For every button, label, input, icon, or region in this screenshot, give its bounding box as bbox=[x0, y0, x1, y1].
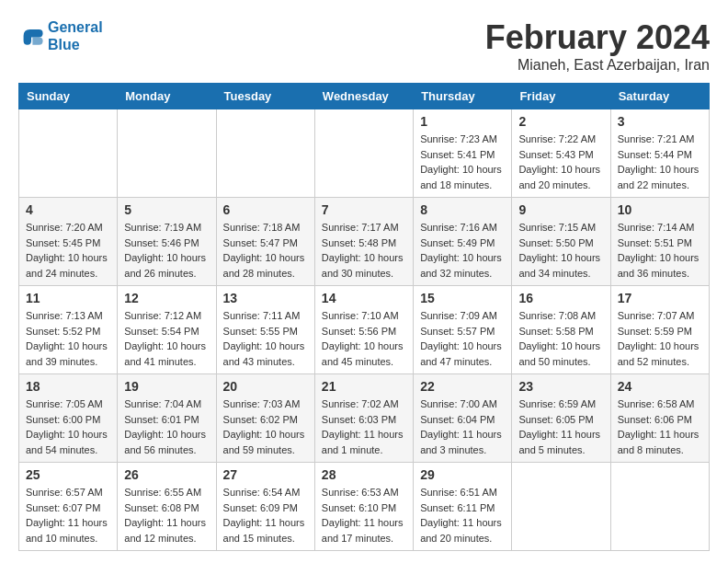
day-info: Sunrise: 7:10 AMSunset: 5:56 PMDaylight:… bbox=[322, 308, 406, 369]
day-info: Sunrise: 7:14 AMSunset: 5:51 PMDaylight:… bbox=[618, 220, 702, 281]
calendar-cell bbox=[610, 463, 709, 551]
day-number: 22 bbox=[420, 379, 505, 394]
calendar-cell bbox=[118, 109, 216, 198]
day-number: 16 bbox=[518, 291, 603, 305]
calendar-cell: 1Sunrise: 7:23 AMSunset: 5:41 PMDaylight… bbox=[414, 109, 512, 198]
day-info: Sunrise: 6:58 AMSunset: 6:06 PMDaylight:… bbox=[618, 396, 702, 457]
calendar-cell: 4Sunrise: 7:20 AMSunset: 5:45 PMDaylight… bbox=[19, 198, 118, 286]
day-info: Sunrise: 7:11 AMSunset: 5:55 PMDaylight:… bbox=[223, 308, 308, 369]
calendar-cell bbox=[216, 109, 314, 198]
day-number: 6 bbox=[223, 202, 308, 217]
day-info: Sunrise: 7:19 AMSunset: 5:46 PMDaylight:… bbox=[124, 220, 209, 281]
day-info: Sunrise: 7:13 AMSunset: 5:52 PMDaylight:… bbox=[26, 308, 110, 369]
day-number: 12 bbox=[124, 291, 209, 305]
day-info: Sunrise: 7:00 AMSunset: 6:04 PMDaylight:… bbox=[420, 396, 505, 457]
day-number: 24 bbox=[618, 379, 702, 394]
day-info: Sunrise: 7:05 AMSunset: 6:00 PMDaylight:… bbox=[26, 396, 110, 457]
calendar-cell: 5Sunrise: 7:19 AMSunset: 5:46 PMDaylight… bbox=[118, 198, 216, 286]
day-info: Sunrise: 7:23 AMSunset: 5:41 PMDaylight:… bbox=[420, 132, 505, 192]
title-block: February 2024 Mianeh, East Azerbaijan, I… bbox=[485, 18, 710, 74]
calendar-cell: 15Sunrise: 7:09 AMSunset: 5:57 PMDayligh… bbox=[414, 286, 512, 374]
day-number: 8 bbox=[420, 202, 505, 217]
calendar-cell: 8Sunrise: 7:16 AMSunset: 5:49 PMDaylight… bbox=[414, 198, 512, 286]
calendar-cell: 13Sunrise: 7:11 AMSunset: 5:55 PMDayligh… bbox=[216, 286, 314, 374]
day-number: 19 bbox=[124, 379, 209, 394]
calendar-cell: 17Sunrise: 7:07 AMSunset: 5:59 PMDayligh… bbox=[610, 286, 709, 374]
day-number: 21 bbox=[322, 379, 406, 394]
calendar-cell: 18Sunrise: 7:05 AMSunset: 6:00 PMDayligh… bbox=[19, 374, 118, 463]
logo: General Blue bbox=[18, 18, 103, 53]
day-info: Sunrise: 7:09 AMSunset: 5:57 PMDaylight:… bbox=[420, 308, 505, 369]
calendar-cell: 29Sunrise: 6:51 AMSunset: 6:11 PMDayligh… bbox=[414, 463, 512, 551]
day-info: Sunrise: 6:53 AMSunset: 6:10 PMDaylight:… bbox=[322, 485, 406, 546]
day-info: Sunrise: 7:20 AMSunset: 5:45 PMDaylight:… bbox=[26, 220, 110, 281]
day-info: Sunrise: 7:08 AMSunset: 5:58 PMDaylight:… bbox=[518, 308, 603, 369]
day-number: 7 bbox=[322, 202, 406, 217]
calendar-cell: 12Sunrise: 7:12 AMSunset: 5:54 PMDayligh… bbox=[118, 286, 216, 374]
day-info: Sunrise: 7:18 AMSunset: 5:47 PMDaylight:… bbox=[223, 220, 308, 281]
day-info: Sunrise: 6:51 AMSunset: 6:11 PMDaylight:… bbox=[420, 485, 505, 546]
day-number: 29 bbox=[420, 467, 505, 482]
day-info: Sunrise: 7:15 AMSunset: 5:50 PMDaylight:… bbox=[518, 220, 603, 281]
calendar-cell: 22Sunrise: 7:00 AMSunset: 6:04 PMDayligh… bbox=[414, 374, 512, 463]
day-number: 27 bbox=[223, 467, 308, 482]
day-header-saturday: Saturday bbox=[610, 84, 709, 109]
calendar-cell: 14Sunrise: 7:10 AMSunset: 5:56 PMDayligh… bbox=[314, 286, 413, 374]
calendar-table: SundayMondayTuesdayWednesdayThursdayFrid… bbox=[18, 83, 710, 551]
calendar-cell: 20Sunrise: 7:03 AMSunset: 6:02 PMDayligh… bbox=[216, 374, 314, 463]
day-info: Sunrise: 7:22 AMSunset: 5:43 PMDaylight:… bbox=[518, 132, 603, 192]
calendar-cell: 3Sunrise: 7:21 AMSunset: 5:44 PMDaylight… bbox=[610, 109, 709, 198]
day-number: 14 bbox=[322, 291, 406, 305]
calendar-cell: 9Sunrise: 7:15 AMSunset: 5:50 PMDaylight… bbox=[512, 198, 610, 286]
day-number: 11 bbox=[26, 291, 110, 305]
logo-icon bbox=[18, 23, 44, 49]
day-number: 17 bbox=[618, 291, 702, 305]
day-header-sunday: Sunday bbox=[19, 84, 118, 109]
calendar-cell: 24Sunrise: 6:58 AMSunset: 6:06 PMDayligh… bbox=[610, 374, 709, 463]
day-info: Sunrise: 7:07 AMSunset: 5:59 PMDaylight:… bbox=[618, 308, 702, 369]
day-number: 10 bbox=[618, 202, 702, 217]
day-number: 5 bbox=[124, 202, 209, 217]
day-number: 13 bbox=[223, 291, 308, 305]
day-number: 25 bbox=[26, 467, 110, 482]
day-info: Sunrise: 7:16 AMSunset: 5:49 PMDaylight:… bbox=[420, 220, 505, 281]
month-title: February 2024 bbox=[485, 18, 710, 57]
day-info: Sunrise: 7:02 AMSunset: 6:03 PMDaylight:… bbox=[322, 396, 406, 457]
calendar-cell: 26Sunrise: 6:55 AMSunset: 6:08 PMDayligh… bbox=[118, 463, 216, 551]
calendar-cell bbox=[19, 109, 118, 198]
calendar-cell: 7Sunrise: 7:17 AMSunset: 5:48 PMDaylight… bbox=[314, 198, 413, 286]
day-header-thursday: Thursday bbox=[414, 84, 512, 109]
day-info: Sunrise: 7:17 AMSunset: 5:48 PMDaylight:… bbox=[322, 220, 406, 281]
day-header-friday: Friday bbox=[512, 84, 610, 109]
day-info: Sunrise: 7:03 AMSunset: 6:02 PMDaylight:… bbox=[223, 396, 308, 457]
day-number: 4 bbox=[26, 202, 110, 217]
day-number: 23 bbox=[518, 379, 603, 394]
calendar-cell: 11Sunrise: 7:13 AMSunset: 5:52 PMDayligh… bbox=[19, 286, 118, 374]
day-info: Sunrise: 7:21 AMSunset: 5:44 PMDaylight:… bbox=[618, 132, 702, 192]
calendar-cell: 28Sunrise: 6:53 AMSunset: 6:10 PMDayligh… bbox=[314, 463, 413, 551]
calendar-cell: 23Sunrise: 6:59 AMSunset: 6:05 PMDayligh… bbox=[512, 374, 610, 463]
day-number: 3 bbox=[618, 114, 702, 129]
day-header-monday: Monday bbox=[118, 84, 216, 109]
day-info: Sunrise: 7:04 AMSunset: 6:01 PMDaylight:… bbox=[124, 396, 209, 457]
day-number: 20 bbox=[223, 379, 308, 394]
calendar-cell: 25Sunrise: 6:57 AMSunset: 6:07 PMDayligh… bbox=[19, 463, 118, 551]
location-subtitle: Mianeh, East Azerbaijan, Iran bbox=[485, 57, 710, 74]
day-header-wednesday: Wednesday bbox=[314, 84, 413, 109]
calendar-cell bbox=[314, 109, 413, 198]
calendar-cell bbox=[512, 463, 610, 551]
day-number: 15 bbox=[420, 291, 505, 305]
day-number: 9 bbox=[518, 202, 603, 217]
day-info: Sunrise: 7:12 AMSunset: 5:54 PMDaylight:… bbox=[124, 308, 209, 369]
calendar-cell: 16Sunrise: 7:08 AMSunset: 5:58 PMDayligh… bbox=[512, 286, 610, 374]
day-info: Sunrise: 6:55 AMSunset: 6:08 PMDaylight:… bbox=[124, 485, 209, 546]
day-number: 2 bbox=[518, 114, 603, 129]
calendar-cell: 21Sunrise: 7:02 AMSunset: 6:03 PMDayligh… bbox=[314, 374, 413, 463]
day-info: Sunrise: 6:57 AMSunset: 6:07 PMDaylight:… bbox=[26, 485, 110, 546]
page-header: General Blue February 2024 Mianeh, East … bbox=[18, 18, 710, 74]
day-number: 28 bbox=[322, 467, 406, 482]
day-info: Sunrise: 6:54 AMSunset: 6:09 PMDaylight:… bbox=[223, 485, 308, 546]
calendar-cell: 27Sunrise: 6:54 AMSunset: 6:09 PMDayligh… bbox=[216, 463, 314, 551]
calendar-cell: 19Sunrise: 7:04 AMSunset: 6:01 PMDayligh… bbox=[118, 374, 216, 463]
calendar-cell: 6Sunrise: 7:18 AMSunset: 5:47 PMDaylight… bbox=[216, 198, 314, 286]
